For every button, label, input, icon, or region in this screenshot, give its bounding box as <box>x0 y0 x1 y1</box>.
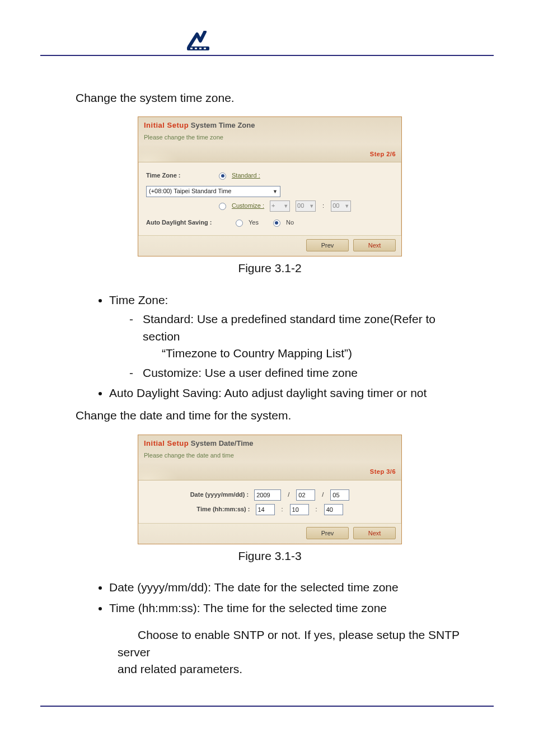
dialog-title-accent: Initial Setup <box>144 121 189 129</box>
step-badge: Step 3/6 <box>370 468 396 477</box>
chevron-down-icon: ▼ <box>309 203 314 210</box>
customize-row: Customize : + ▼ 00 ▼ : 00 ▼ <box>146 200 394 212</box>
sntp-line1: Choose to enable SNTP or not. If yes, pl… <box>118 628 460 658</box>
change-datetime-line: Change the date and time for the system. <box>76 407 464 424</box>
customize-sign-value: + <box>271 202 275 211</box>
customize-minutes-select[interactable]: 00 ▼ <box>331 200 351 212</box>
list-item: Time (hh:mm:ss): The time for the select… <box>109 600 464 617</box>
svg-rect-2 <box>195 48 197 49</box>
customize-hours-value: 00 <box>297 202 304 211</box>
page-footer-rule <box>40 706 494 707</box>
date-label: Date (yyyy/mm/dd) : <box>190 491 249 500</box>
customize-hours-select[interactable]: 00 ▼ <box>296 200 316 212</box>
radio-standard[interactable] <box>219 172 226 180</box>
chevron-down-icon: ▼ <box>273 188 278 195</box>
date-separator: / <box>287 491 291 500</box>
sntp-line2: and related parameters. <box>118 662 242 675</box>
time-hour-input[interactable]: 14 <box>256 504 275 515</box>
auto-daylight-row: Auto Daylight Saving : Yes No <box>146 218 394 227</box>
time-separator: : <box>315 505 318 514</box>
date-separator: / <box>321 491 325 500</box>
dialog-header: Initial Setup System Time Zone Please ch… <box>138 117 401 162</box>
page-header <box>40 0 494 56</box>
svg-rect-3 <box>199 48 202 49</box>
dialog-title: Initial Setup System Date/Time <box>144 438 396 449</box>
dialog-title-rest: System Date/Time <box>191 439 254 447</box>
standard-time-zone-value: (+08:00) Taipei Standard Time <box>149 187 231 196</box>
chevron-down-icon: ▼ <box>344 203 349 210</box>
dialog-date-time: Initial Setup System Date/Time Please ch… <box>138 435 402 544</box>
list-item: Auto Daylight Saving: Auto adjust daylig… <box>109 385 464 402</box>
customize-label: Customize : <box>232 202 264 211</box>
bullet-date: Date (yyyy/mm/dd): The date for the sele… <box>109 581 399 594</box>
time-minute-input[interactable]: 10 <box>290 504 309 515</box>
date-year-input[interactable]: 2009 <box>254 489 281 501</box>
svg-rect-1 <box>190 48 193 49</box>
dialog-title: Initial Setup System Time Zone <box>144 120 396 131</box>
dialog-header: Initial Setup System Date/Time Please ch… <box>138 435 401 480</box>
step-badge: Step 2/6 <box>370 150 396 159</box>
next-button[interactable]: Next <box>353 239 396 251</box>
dialog-title-rest: System Time Zone <box>191 121 255 129</box>
bullet-customize: Customize: Use a user defined time zone <box>143 366 358 379</box>
dialog-time-zone: Initial Setup System Time Zone Please ch… <box>138 116 402 256</box>
dialog-footer: Prev Next <box>138 523 401 544</box>
dialog-header-decoration <box>138 141 191 162</box>
time-separator: : <box>280 505 284 514</box>
timezone-bullets: Time Zone: Standard: Use a predefined st… <box>76 292 464 402</box>
dialog-title-accent: Initial Setup <box>144 439 189 447</box>
list-item: Customize: Use a user defined time zone <box>129 365 464 381</box>
time-second-input[interactable]: 40 <box>324 504 343 515</box>
list-item: Time Zone: Standard: Use a predefined st… <box>109 292 464 381</box>
sntp-paragraph: Choose to enable SNTP or not. If yes, pl… <box>118 627 464 678</box>
customize-minutes-value: 00 <box>332 202 339 211</box>
auto-daylight-label: Auto Daylight Saving : <box>146 218 230 227</box>
prev-button[interactable]: Prev <box>306 527 349 539</box>
time-separator: : <box>321 202 325 211</box>
page-content: Change the system time zone. Initial Set… <box>0 56 534 678</box>
chevron-down-icon: ▼ <box>283 203 288 210</box>
bullet-standard-line2: “Timezone to Country Mapping List”) <box>162 347 352 360</box>
adls-no-label: No <box>286 218 294 227</box>
time-row: Time (hh:mm:ss) : 14 : 10 : 40 <box>146 504 394 515</box>
date-day-input[interactable]: 05 <box>330 489 349 501</box>
intro-line: Change the system time zone. <box>76 90 464 106</box>
date-row: Date (yyyy/mm/dd) : 2009 / 02 / 05 <box>146 489 394 501</box>
dialog-body: Time Zone : Standard : (+08:00) Taipei S… <box>138 162 401 235</box>
figure-caption-1: Figure 3.1-2 <box>76 260 464 277</box>
standard-label: Standard : <box>232 171 260 180</box>
timezone-sub-bullets: Standard: Use a predefined standard time… <box>109 311 464 381</box>
list-item: Date (yyyy/mm/dd): The date for the sele… <box>109 579 464 596</box>
brand-logo <box>185 31 215 52</box>
bullet-time: Time (hh:mm:ss): The time for the select… <box>109 601 387 614</box>
radio-adls-yes[interactable] <box>236 220 243 227</box>
figure-caption-2: Figure 3.1-3 <box>76 548 464 564</box>
time-zone-row: Time Zone : Standard : (+08:00) Taipei S… <box>146 171 394 197</box>
datetime-bullets: Date (yyyy/mm/dd): The date for the sele… <box>76 579 464 617</box>
radio-customize[interactable] <box>219 203 226 210</box>
dialog-header-decoration <box>138 459 191 480</box>
radio-adls-no[interactable] <box>273 220 280 227</box>
customize-sign-select[interactable]: + ▼ <box>270 200 290 212</box>
bullet-timezone: Time Zone: <box>109 293 168 306</box>
list-item: Standard: Use a predefined standard time… <box>129 311 464 362</box>
standard-time-zone-select[interactable]: (+08:00) Taipei Standard Time ▼ <box>146 186 280 197</box>
time-zone-label: Time Zone : <box>146 171 213 180</box>
svg-rect-4 <box>204 48 206 49</box>
prev-button[interactable]: Prev <box>306 239 349 251</box>
next-button[interactable]: Next <box>353 527 396 539</box>
dialog-body: Date (yyyy/mm/dd) : 2009 / 02 / 05 Time … <box>138 480 401 523</box>
date-month-input[interactable]: 02 <box>296 489 315 501</box>
dialog-footer: Prev Next <box>138 235 401 256</box>
bullet-standard-line1: Standard: Use a predefined standard time… <box>143 312 435 342</box>
time-label: Time (hh:mm:ss) : <box>196 505 250 514</box>
bullet-adls: Auto Daylight Saving: Auto adjust daylig… <box>109 386 427 399</box>
adls-yes-label: Yes <box>249 218 259 227</box>
